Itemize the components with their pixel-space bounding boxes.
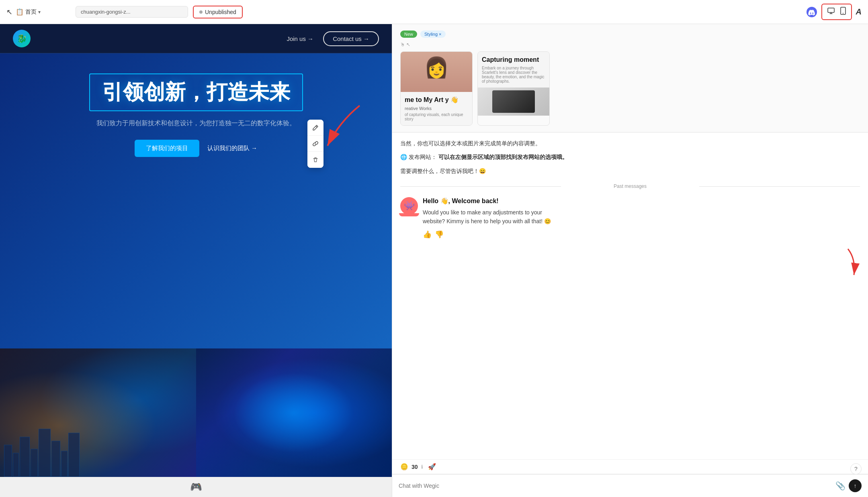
- main-content: 🐉 Join us → Contact us → 引领创新，打造未来 我们致力于…: [0, 24, 868, 497]
- desktop-view-button[interactable]: [825, 6, 837, 18]
- svg-point-3: [843, 13, 843, 14]
- preview-card-photo: Capturing moment Embark on a journey thr…: [477, 51, 550, 126]
- ai-message: 👾 Hello 👋, Welcome back! Would you like …: [400, 197, 860, 239]
- edit-text-button[interactable]: [307, 120, 323, 136]
- top-bar: ↖ 📋 首页 ▾ chuangxin-gongsi-z... Unpublish…: [0, 0, 868, 24]
- top-bar-right: A: [806, 4, 862, 20]
- preview-cursor: 🖱 ↖: [400, 42, 860, 47]
- chat-input[interactable]: [399, 483, 832, 489]
- status-dot: [199, 10, 203, 14]
- boost-icon[interactable]: 🚀: [428, 463, 436, 471]
- site-nav-links: Join us → Contact us →: [287, 31, 379, 46]
- right-panel: New Styling × 🖱 ↖ me to My Art y 👋 reati…: [392, 24, 868, 497]
- home-nav[interactable]: 📋 首页 ▾: [16, 8, 41, 16]
- edit-toolbar: [307, 120, 323, 168]
- chat-top-preview: New Styling × 🖱 ↖ me to My Art y 👋 reati…: [392, 24, 868, 132]
- chat-red-arrow: [836, 247, 860, 279]
- chevron-down-icon: ▾: [38, 9, 41, 15]
- message-actions: 👍 👎: [423, 230, 860, 239]
- discord-icon[interactable]: [806, 6, 817, 18]
- globe-icon: 🌐 发布网站：: [400, 154, 437, 160]
- delete-element-button[interactable]: [307, 152, 323, 168]
- preview-card-art: me to My Art y 👋 reative Works of captur…: [400, 51, 473, 126]
- preview-card-photo-desc: Embark on a journey through Scarlett's l…: [482, 66, 545, 84]
- preview-card-art-title: me to My Art y 👋: [405, 96, 468, 104]
- credits-count: 30: [411, 464, 418, 470]
- explore-projects-button[interactable]: 了解我们的项目: [135, 140, 199, 157]
- website-preview: 🐉 Join us → Contact us → 引领创新，打造未来 我们致力于…: [0, 24, 392, 477]
- publish-bold: 可以在左侧显示区域的顶部找到发布网站的选项哦。: [437, 154, 568, 160]
- preview-card-photo-img: [478, 88, 549, 116]
- hero-title-box: 引领创新，打造未来: [89, 73, 303, 111]
- message-publish-instruction: 🌐 发布网站： 可以在左侧显示区域的顶部找到发布网站的选项哦。: [400, 153, 860, 161]
- ai-greeting-title: Hello 👋, Welcome back!: [423, 197, 860, 205]
- home-icon: 📋: [16, 8, 24, 16]
- chat-arrow-container: [400, 247, 860, 279]
- city-section: [0, 348, 392, 477]
- ai-avatar: 👾: [400, 197, 418, 215]
- chat-messages: 当然，你也可以选择文本或图片来完成简单的内容调整。 🌐 发布网站： 可以在左侧显…: [392, 132, 868, 459]
- badge-new: New: [400, 31, 417, 38]
- ai-message-body: Would you like to make any adjustments t…: [423, 208, 860, 226]
- device-icons-group: [821, 4, 852, 20]
- help-button[interactable]: ?: [850, 463, 862, 475]
- left-panel: 🐉 Join us → Contact us → 引领创新，打造未来 我们致力于…: [0, 24, 392, 497]
- preview-badges: New Styling ×: [400, 31, 860, 38]
- badge-styling[interactable]: Styling ×: [420, 31, 446, 38]
- credits-bar: 🪙 30 ℹ 🚀: [392, 459, 868, 474]
- site-nav: 🐉 Join us → Contact us →: [0, 24, 392, 53]
- thumbs-up-button[interactable]: 👍: [423, 230, 432, 239]
- message-content-adjustment: 当然，你也可以选择文本或图片来完成简单的内容调整。: [400, 139, 860, 148]
- unpublished-label: Unpublished: [205, 9, 236, 15]
- mobile-view-button[interactable]: [838, 6, 848, 18]
- buildings-left: [0, 429, 196, 477]
- message-adjust-prompt: 需要调整什么，尽管告诉我吧！😄: [400, 167, 860, 175]
- font-style-button[interactable]: A: [856, 7, 862, 16]
- logo-icon: 🐉: [17, 34, 27, 43]
- thumbs-down-button[interactable]: 👎: [435, 230, 444, 239]
- preview-card-art-content: me to My Art y 👋 reative Works of captur…: [401, 92, 472, 125]
- city-image-right: [196, 348, 392, 477]
- preview-card-art-subtitle: reative Works: [405, 106, 468, 111]
- top-bar-left: ↖ 📋 首页 ▾: [6, 8, 71, 16]
- ai-message-content: Hello 👋, Welcome back! Would you like to…: [423, 197, 860, 239]
- home-label: 首页: [25, 8, 37, 16]
- hero-title: 引领创新，打造未来: [102, 78, 290, 106]
- edit-link-button[interactable]: [307, 136, 323, 152]
- credits-coin-icon: 🪙: [400, 463, 408, 471]
- credits-info-icon[interactable]: ℹ: [421, 464, 423, 470]
- city-image-left: [0, 348, 196, 477]
- preview-card-photo-content: Capturing moment Embark on a journey thr…: [478, 52, 549, 88]
- preview-person-image: [401, 52, 472, 92]
- join-us-link[interactable]: Join us →: [287, 35, 313, 42]
- site-logo: 🐉: [13, 30, 31, 47]
- back-icon[interactable]: ↖: [6, 8, 12, 16]
- meet-team-button[interactable]: 认识我们的团队 →: [207, 145, 257, 152]
- unpublished-tab[interactable]: Unpublished: [193, 6, 243, 18]
- preview-card-photo-title: Capturing moment: [482, 56, 545, 64]
- hero-section: 引领创新，打造未来 我们致力于用创新技术和创意设计，为您打造独一无二的数字化体验…: [0, 53, 392, 348]
- chat-input-area: 📎 ↑: [392, 474, 868, 497]
- svg-rect-1: [828, 8, 834, 12]
- attach-button[interactable]: 📎: [835, 481, 845, 491]
- bottom-bar: 🎮: [0, 477, 392, 497]
- bottom-nav-icon: 🎮: [190, 481, 202, 493]
- preview-card-art-desc: of capturing visuals, each unique story: [405, 112, 468, 121]
- ai-avatar-emoji: 👾: [404, 201, 415, 211]
- send-button[interactable]: ↑: [849, 479, 862, 492]
- preview-cards: me to My Art y 👋 reative Works of captur…: [400, 51, 860, 126]
- contact-us-button[interactable]: Contact us →: [323, 31, 379, 46]
- url-bar[interactable]: chuangxin-gongsi-z...: [76, 6, 188, 18]
- past-messages-divider: Past messages: [400, 183, 860, 189]
